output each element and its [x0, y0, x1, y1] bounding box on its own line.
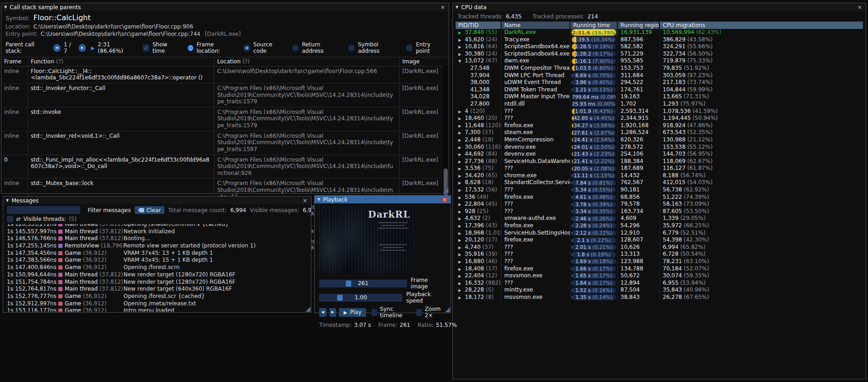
chevron-right-icon[interactable]: ▶: [458, 194, 465, 201]
table-row[interactable]: ▶536 (49)firefox.exe4.61 s (0.48%)68,856…: [456, 194, 863, 201]
sync-timeline-checkbox[interactable]: [372, 309, 377, 316]
resize-grip[interactable]: [305, 307, 310, 312]
chevron-right-icon[interactable]: ▶: [458, 158, 465, 165]
radio-source-code[interactable]: [243, 45, 250, 51]
table-row[interactable]: ▶10,816 (64)ScriptedSandbox64.exe1:28.5 …: [456, 43, 863, 51]
list-item[interactable]: 1s 146,576,766nsMain thread (37,812)Boot…: [3, 235, 311, 242]
chevron-right-icon[interactable]: ▶: [458, 144, 465, 151]
table-row[interactable]: ▶4 (120)???1:01.9 (6.43%)2,593,3141,078,…: [456, 108, 863, 115]
table-row[interactable]: ▶22,404 (12)msvsmon.exe1.65 s (0.17%)50,…: [456, 272, 863, 280]
step-back-button[interactable]: ◀: [319, 308, 327, 317]
chevron-right-icon[interactable]: ▶: [458, 208, 465, 215]
table-row[interactable]: inlineFloor::CalcLight::__l4::<lambda_5b…: [1, 67, 449, 84]
close-icon[interactable]: ×: [857, 5, 863, 10]
frame-image-slider[interactable]: 261: [319, 280, 407, 287]
chevron-right-icon[interactable]: ▶: [458, 258, 465, 265]
chevron-right-icon[interactable]: ▶: [458, 294, 465, 301]
table-row[interactable]: ▼13,072 (67)dwm.exe1:16.1 (7.90%)955,585…: [456, 57, 863, 65]
cpu-titlebar[interactable]: ▼ CPU data ×: [453, 3, 866, 11]
resize-grip[interactable]: [445, 307, 450, 312]
table-row[interactable]: ▶17,396 (43)firefox.exe2.28 s (0.24%)54,…: [456, 222, 863, 230]
prev-parent-button[interactable]: ◀: [53, 44, 61, 52]
table-row[interactable]: ▶4,632 (2)vmware-authd.exe2.46 s (0.26%)…: [456, 215, 863, 222]
callstack-titlebar[interactable]: ▼ Call stack sample parents ×: [1, 3, 449, 11]
table-row[interactable]: ▶28,228 (5)mintty.exe1.52 s (0.16%)87,50…: [456, 286, 863, 294]
messages-titlebar[interactable]: ▼ Messages ×: [3, 197, 311, 204]
table-row[interactable]: ▶37,840 (55)DarkRL.exe2:31.6 (15.75%)16,…: [456, 29, 863, 36]
table-row[interactable]: 41,348DWM Token Thread1.21 s (0.13%)174,…: [456, 86, 863, 94]
list-item[interactable]: 1s 150,994,644nsMain thread (37,812)New …: [3, 271, 311, 279]
table-row[interactable]: ▶17,532 (56)???5.34 s (0.55%)90,18156,73…: [456, 186, 863, 194]
collapse-icon[interactable]: ▼: [456, 6, 458, 9]
chevron-right-icon[interactable]: ▶: [458, 201, 465, 208]
chevron-right-icon[interactable]: ▶: [458, 287, 465, 294]
table-row[interactable]: ▶18,408 (17)firefox.exe1.66 s (0.17%)134…: [456, 265, 863, 273]
step-forward-button[interactable]: ▶: [329, 308, 337, 317]
list-item[interactable]: 1s 152,776,777nsGame (36,912)Opening /fo…: [3, 293, 311, 300]
chevron-right-icon[interactable]: ▶: [458, 151, 465, 158]
table-row[interactable]: inlinestd::_Invoker_functor::_CallC:\Pro…: [1, 84, 449, 107]
chevron-right-icon[interactable]: ▶: [458, 223, 465, 230]
chevron-right-icon[interactable]: ▶: [458, 108, 465, 115]
chevron-right-icon[interactable]: ▶: [458, 244, 465, 251]
table-row[interactable]: ▶35,916 (39)???1.8 s (0.19%)13,3136,728 …: [456, 251, 863, 258]
collapse-icon[interactable]: ▼: [6, 199, 9, 202]
table-row[interactable]: ▶2,448 (18)MemCompression24.41 s (2.54%)…: [456, 136, 863, 144]
table-row[interactable]: ▶27,736 (88)ServiceHub.DataWarehouse21.4…: [456, 158, 863, 165]
running-time-column-header[interactable]: Running time: [570, 22, 618, 29]
table-row[interactable]: inlinestd::_Invoker_ret<void,1>::_CallC:…: [1, 131, 449, 155]
chevron-right-icon[interactable]: ▶: [458, 44, 465, 51]
table-row[interactable]: 34,028DWM Master Input Thread799.64 ms (…: [456, 93, 863, 101]
resize-grip[interactable]: [443, 188, 448, 193]
radio-return-address[interactable]: [292, 45, 299, 51]
close-icon[interactable]: ×: [440, 5, 446, 10]
chevron-right-icon[interactable]: ▶: [458, 251, 465, 258]
list-item[interactable]: 1s 147,400,846nsGame (36,912)Opening /fo…: [3, 264, 311, 271]
location-column-header[interactable]: Location(?): [214, 57, 399, 66]
chevron-right-icon[interactable]: ▶: [458, 37, 465, 44]
chevron-right-icon[interactable]: ▶: [458, 123, 465, 129]
table-row[interactable]: ▶3,536 (75)???20.05 s (2.08%)187,689116,…: [456, 165, 863, 172]
pid-column-header[interactable]: PID/TID: [456, 22, 502, 29]
zoom-checkbox[interactable]: [416, 309, 422, 316]
chevron-right-icon[interactable]: ▶: [458, 230, 465, 237]
table-row[interactable]: ▶7,300 (37)steam.exe27.61 s (2.87%)1,286…: [456, 129, 863, 136]
cpu-migrations-column-header[interactable]: CPU migrations: [660, 22, 863, 29]
list-item[interactable]: 1s 151,754,784nsMain thread (37,812)New …: [3, 279, 311, 286]
chevron-right-icon[interactable]: ▶: [458, 165, 465, 172]
close-icon[interactable]: ×: [302, 198, 308, 203]
chevron-right-icon[interactable]: ▶: [458, 29, 465, 36]
show-time-checkbox[interactable]: ✓: [143, 45, 149, 51]
collapse-icon[interactable]: ▼: [317, 198, 320, 202]
frame-column-header[interactable]: Frame: [1, 57, 28, 66]
table-row[interactable]: 27,800ntdll.dll25.93 ms (0.00%)1,7021,29…: [456, 101, 863, 108]
table-row[interactable]: ▶11,648 (120)firefox.exe34.27 s (3.56%)1…: [456, 122, 863, 129]
chevron-right-icon[interactable]: ▶: [458, 187, 465, 194]
collapse-icon[interactable]: ▼: [4, 6, 7, 9]
table-row[interactable]: 38,000uDWM Event Thread3.86 s (0.40%)294…: [456, 79, 863, 86]
message-filter-input[interactable]: [7, 206, 80, 214]
radio-symbol-address[interactable]: [348, 45, 355, 51]
chevron-right-icon[interactable]: ▶: [458, 173, 465, 180]
table-row[interactable]: ▶16,880 (46)???1.69 s (0.18%)123,98878,2…: [456, 258, 863, 265]
list-item[interactable]: 1s 147,383,566nsGame (36,912)VRAM 43x45:…: [3, 257, 311, 264]
table-row[interactable]: ▶45,620 (24)Tracy.exe1:39.5 (10.34%)887,…: [456, 36, 863, 44]
close-icon[interactable]: ×: [441, 197, 448, 202]
table-row[interactable]: ▶22,804 (45)???3.78 s (0.39%)79,57858,16…: [456, 201, 863, 208]
chevron-down-icon[interactable]: ▼: [458, 58, 465, 65]
table-row[interactable]: inlinestd::invokeC:\Program Files (x86)\…: [1, 107, 449, 131]
chevron-right-icon[interactable]: ▶: [458, 137, 465, 144]
table-row[interactable]: 37,904DWM LPC Port Thread6.69 s (0.70%)3…: [456, 72, 863, 79]
clear-button[interactable]: Clear: [135, 206, 164, 214]
playback-titlebar[interactable]: ▼ Playback ×: [315, 196, 451, 203]
list-item[interactable]: 1s 145,557,997nsMain thread (37,812)Netw…: [3, 228, 311, 236]
table-row[interactable]: 0std::_Func_impl_no_alloc<<lambda_5bc224…: [1, 155, 449, 179]
table-row[interactable]: ▶4,740 (37)???2.01 s (0.21%)10,6266,994 …: [456, 244, 863, 251]
list-item[interactable]: 1s 152,912,997nsGame (36,912)Opening /me…: [3, 300, 311, 308]
list-item[interactable]: 1s 153,116,177nsGame (36,912)Intro menu …: [3, 307, 311, 312]
table-row[interactable]: ▶16,332 (982)???1.64 s (0.17%)12,8946,95…: [456, 280, 863, 287]
table-row[interactable]: ▶30,380 (24)ScriptedSandbox64.exe1:28.2 …: [456, 51, 863, 58]
list-item[interactable]: 1s 152,764,817nsMain thread (37,812)New …: [3, 286, 311, 293]
playback-speed-slider[interactable]: 1.00: [319, 294, 402, 302]
table-row[interactable]: ▶44,692 (84)devenv.exe21.43 s (2.23%)254…: [456, 151, 863, 158]
